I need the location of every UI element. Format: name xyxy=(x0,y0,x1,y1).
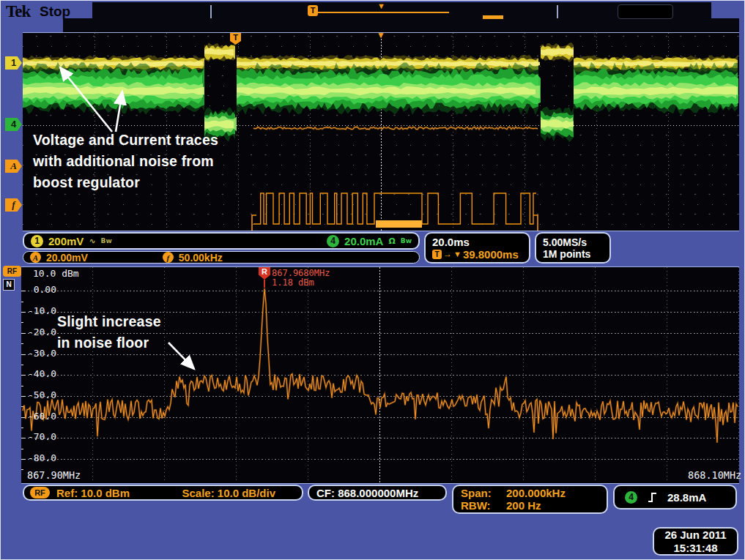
ref-level-label: 10.0 dBm xyxy=(33,268,79,279)
ch1-badge: 1 xyxy=(31,235,43,247)
span-value: 200.000kHz xyxy=(506,487,566,499)
center-frequency-readout[interactable]: CF: 868.000000MHz xyxy=(308,485,447,501)
tek-logo: Tek xyxy=(6,2,30,21)
trigger-source-badge: 4 xyxy=(625,491,637,504)
record-bar xyxy=(317,12,449,13)
record-length: 1M points xyxy=(543,248,590,260)
oscilloscope-screen: Tek Stop T ▼ T ▼ 1 4 A f RF N 1 200mV ∿ … xyxy=(0,0,745,560)
span-label: Span: xyxy=(461,487,506,499)
rf-settings-readout[interactable]: RF Ref: 10.0 dBm Scale: 10.0 dB/div xyxy=(23,485,303,501)
rbw-label: RBW: xyxy=(461,499,506,512)
rf-frequency-scale: 50.00kHz xyxy=(179,252,223,264)
aux-readout-box xyxy=(618,4,673,19)
spectrum-ytick: -50.0 xyxy=(23,389,56,400)
trigger-level-value: 28.8mA xyxy=(667,491,706,504)
ch1-scale: 200mV xyxy=(48,235,84,247)
record-trigger-icon: T xyxy=(308,5,318,16)
rf-frequency-badge: f xyxy=(163,252,174,263)
center-frequency: CF: 868.000000MHz xyxy=(316,487,418,499)
trigger-position-value: 39.8000ms xyxy=(463,248,519,261)
rf-ref-level: Ref: 10.0 dBm xyxy=(56,487,130,499)
spectrum-ytick: -60.0 xyxy=(23,411,56,422)
ch4-impedance-icon: Ω xyxy=(388,236,395,246)
start-frequency-label: 867.90MHz xyxy=(27,469,81,481)
acquisition-readout[interactable]: 5.00MS/s 1M points xyxy=(535,232,611,264)
ch1-position-marker[interactable]: 1 xyxy=(5,56,22,70)
top-strip-lower xyxy=(63,18,739,33)
trigger-position-icon: ▼ xyxy=(377,30,385,40)
ch1-coupling-icon: ∿ xyxy=(89,236,95,246)
marker-stem xyxy=(264,280,265,288)
datetime-readout[interactable]: 26 Jun 2011 15:31:48 xyxy=(653,527,738,556)
acquisition-status[interactable]: Stop xyxy=(40,4,70,20)
rf-amplitude-position-marker[interactable]: A xyxy=(5,160,22,173)
rf-amplitude-badge: A xyxy=(30,252,41,263)
rf-scale: Scale: 10.0 dB/div xyxy=(182,487,275,499)
ch4-bandwidth-icon: Bw xyxy=(401,237,412,244)
rf-badge: RF xyxy=(30,487,50,499)
spectrum-ytick: -80.0 xyxy=(23,452,56,463)
ch4-position-marker[interactable]: 4 xyxy=(5,118,22,131)
channel-readout-row1[interactable]: 1 200mV ∿ Bw 4 20.0mA Ω Bw xyxy=(23,232,420,250)
rf-normal-trace-marker: N xyxy=(3,279,15,291)
rising-edge-icon xyxy=(648,492,657,503)
spectrum-ytick: -40.0 xyxy=(23,368,56,379)
record-position-icon: ▼ xyxy=(377,1,385,10)
span-rbw-readout[interactable]: Span: 200.000kHz RBW: 200 Hz xyxy=(452,485,608,514)
ch1-bandwidth-icon: Bw xyxy=(101,237,112,244)
date: 26 Jun 2011 xyxy=(664,529,726,542)
triangle-icon: ▼ xyxy=(453,250,462,258)
zoom-window-indicator xyxy=(483,15,503,19)
stop-frequency-label: 868.10MHz xyxy=(688,469,741,481)
marker-amplitude: 1.18 dBm xyxy=(272,277,314,288)
annotation-traces: Voltage and Current traces with addition… xyxy=(33,130,218,193)
spectrum-ytick: -30.0 xyxy=(23,348,56,359)
rf-channel-marker[interactable]: RF xyxy=(3,266,21,277)
rf-amplitude-scale: 20.00mV xyxy=(46,252,88,264)
spectrum-ytick: -70.0 xyxy=(23,431,56,442)
spectrum-ytick: -10.0 xyxy=(23,305,56,316)
ch4-scale: 20.0mA xyxy=(344,235,383,247)
ch4-badge: 4 xyxy=(327,235,339,247)
channel-readout-row2[interactable]: A 20.00mV f 50.00kHz xyxy=(23,251,420,264)
spectrum-ytick: 0.00 xyxy=(23,284,56,295)
record-window-bracket-right xyxy=(557,5,558,18)
horizontal-readout[interactable]: 20.0ms T → ▼ 39.8000ms xyxy=(424,232,530,264)
record-window-bracket-left xyxy=(210,5,212,18)
spectrum-ytick: -20.0 xyxy=(23,326,56,337)
marker-frequency: 867.9680MHz xyxy=(272,268,330,278)
sample-rate: 5.00MS/s xyxy=(543,236,587,248)
annotation-noise-floor: Slight increase in noise floor xyxy=(57,311,161,354)
timebase-scale: 20.0ms xyxy=(432,236,470,248)
spectrum-graticule xyxy=(21,266,739,484)
trigger-readout[interactable]: 4 28.8mA xyxy=(613,485,737,509)
time: 15:31:48 xyxy=(673,542,717,555)
arrow-icon: → xyxy=(443,249,452,259)
spectrum-trace xyxy=(21,267,739,483)
rf-frequency-position-marker[interactable]: f xyxy=(5,198,22,212)
rbw-value: 200 Hz xyxy=(506,499,541,512)
trigger-t-icon: T xyxy=(432,250,442,259)
